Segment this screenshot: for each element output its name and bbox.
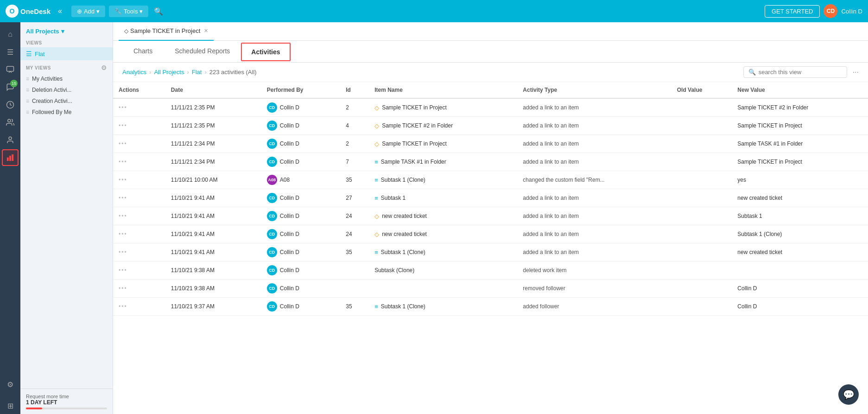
new-value-text: new created ticket xyxy=(737,195,782,201)
sidebar-item-analytics[interactable] xyxy=(2,149,19,166)
row-actions[interactable]: ••• xyxy=(113,261,165,280)
search-box[interactable]: 🔍 xyxy=(743,66,847,78)
task-icon: ≡ xyxy=(374,195,378,202)
row-dots-icon[interactable]: ••• xyxy=(119,104,127,111)
item-name-text: Sample TICKET in Project xyxy=(382,140,447,147)
row-actions[interactable]: ••• xyxy=(113,189,165,207)
charts-tab[interactable]: Charts xyxy=(122,41,164,62)
row-new-value: Collin D xyxy=(732,298,868,316)
row-dots-icon[interactable]: ••• xyxy=(119,303,127,310)
performer-cell: CDCollin D xyxy=(267,301,335,312)
ticket-icon: ◇ xyxy=(374,213,379,220)
svg-rect-6 xyxy=(12,154,13,161)
row-activity-type: added a link to an item xyxy=(517,153,671,171)
sidebar-item-home[interactable]: ⌂ xyxy=(2,26,19,43)
activities-tab-label: Activities xyxy=(251,48,280,56)
user-avatar[interactable]: CD xyxy=(824,4,837,18)
row-dots-icon[interactable]: ••• xyxy=(119,177,127,183)
sidebar-item-people[interactable] xyxy=(2,114,19,131)
icon-bar: ⌂ ☰ 15 ⚙ ⊞ xyxy=(0,22,20,414)
tools-button[interactable]: 🔧 Tools ▾ xyxy=(109,6,148,17)
row-item-name: ◇Sample TICKET in Project xyxy=(369,98,517,117)
row-activity-type: added a link to an item xyxy=(517,189,671,207)
table-body: •••11/11/21 2:35 PMCDCollin D2◇Sample TI… xyxy=(113,98,868,316)
request-time-label[interactable]: Request more time xyxy=(26,394,107,399)
row-actions[interactable]: ••• xyxy=(113,280,165,298)
table-row: •••11/10/21 10:00 AMA08A0835≡Subtask 1 (… xyxy=(113,171,868,189)
collapse-sidebar-button[interactable]: « xyxy=(58,7,62,15)
svg-point-2 xyxy=(8,119,11,122)
row-old-value xyxy=(672,225,732,243)
my-view-my-activities[interactable]: ≡ My Activities xyxy=(20,73,113,84)
more-options-button[interactable]: ··· xyxy=(853,68,859,76)
row-actions[interactable]: ••• xyxy=(113,98,165,117)
row-actions[interactable]: ••• xyxy=(113,298,165,316)
row-dots-icon[interactable]: ••• xyxy=(119,267,127,274)
row-item-name: ◇new created ticket xyxy=(369,225,517,243)
breadcrumb-analytics[interactable]: Analytics xyxy=(122,69,146,76)
chat-support-button[interactable]: 💬 xyxy=(838,384,859,405)
col-id: Id xyxy=(340,82,369,98)
row-old-value xyxy=(672,171,732,189)
task-icon: ≡ xyxy=(374,303,378,310)
row-item-name: ≡Subtask 1 xyxy=(369,189,517,207)
row-dots-icon[interactable]: ••• xyxy=(119,231,127,237)
all-projects-selector[interactable]: All Projects ▾ xyxy=(26,28,64,35)
flat-view-item[interactable]: ☰ Flat xyxy=(20,47,113,60)
ticket-icon: ◇ xyxy=(374,231,379,238)
drag-handle-icon: ≡ xyxy=(26,98,29,104)
row-id: 2 xyxy=(340,135,369,153)
performer-avatar: CD xyxy=(267,157,277,167)
breadcrumb-all-projects[interactable]: All Projects xyxy=(154,69,184,76)
row-actions[interactable]: ••• xyxy=(113,225,165,243)
breadcrumb-sep-1: › xyxy=(149,69,151,76)
sidebar-item-chat[interactable]: 15 xyxy=(2,79,19,96)
scheduled-reports-tab[interactable]: Scheduled Reports xyxy=(164,41,241,62)
my-view-deletion[interactable]: ≡ Deletion Activi... xyxy=(20,84,113,96)
views-section-label: VIEWS xyxy=(20,38,113,47)
row-new-value: new created ticket xyxy=(732,189,868,207)
row-actions[interactable]: ••• xyxy=(113,153,165,171)
row-actions[interactable]: ••• xyxy=(113,171,165,189)
row-actions[interactable]: ••• xyxy=(113,207,165,225)
sidebar-item-list[interactable]: ☰ xyxy=(2,44,19,60)
col-new-value: New Value xyxy=(732,82,868,98)
table-header: Actions Date Performed By Id Item Name A… xyxy=(113,82,868,98)
logo[interactable]: O OneDesk xyxy=(6,5,51,18)
row-dots-icon[interactable]: ••• xyxy=(119,140,127,147)
add-button[interactable]: ⊕ Add ▾ xyxy=(71,6,105,17)
row-id: 24 xyxy=(340,225,369,243)
svg-rect-0 xyxy=(7,66,14,71)
activities-tab[interactable]: Activities xyxy=(241,43,290,61)
search-input[interactable] xyxy=(759,69,842,76)
global-search-icon[interactable]: 🔍 xyxy=(154,7,163,16)
scheduled-reports-tab-label: Scheduled Reports xyxy=(175,47,230,55)
tab-close-icon[interactable]: ✕ xyxy=(204,28,208,34)
tools-icon: 🔧 xyxy=(114,8,122,15)
performer-name: Collin D xyxy=(280,213,299,219)
my-view-creation[interactable]: ≡ Creation Activi... xyxy=(20,96,113,107)
row-dots-icon[interactable]: ••• xyxy=(119,213,127,219)
breadcrumb-flat[interactable]: Flat xyxy=(192,69,202,76)
row-dots-icon[interactable]: ••• xyxy=(119,122,127,129)
sidebar-item-grid[interactable]: ⊞ xyxy=(2,397,19,414)
row-date: 11/10/21 9:37 AM xyxy=(165,298,261,316)
row-date: 11/10/21 9:38 AM xyxy=(165,261,261,280)
row-dots-icon[interactable]: ••• xyxy=(119,249,127,255)
sidebar-item-inbox[interactable] xyxy=(2,61,19,78)
row-actions[interactable]: ••• xyxy=(113,135,165,153)
performer-cell: CDCollin D xyxy=(267,139,335,149)
my-views-settings-icon[interactable]: ⚙ xyxy=(101,64,107,71)
row-date: 11/10/21 9:41 AM xyxy=(165,243,261,261)
row-dots-icon[interactable]: ••• xyxy=(119,285,127,292)
sidebar-item-person[interactable] xyxy=(2,132,19,148)
row-dots-icon[interactable]: ••• xyxy=(119,159,127,165)
sidebar-item-settings[interactable]: ⚙ xyxy=(2,376,19,393)
row-dots-icon[interactable]: ••• xyxy=(119,195,127,201)
sidebar-item-clock[interactable] xyxy=(2,96,19,113)
sample-ticket-tab[interactable]: ◇ Sample TICKET in Project ✕ xyxy=(119,22,214,41)
row-actions[interactable]: ••• xyxy=(113,243,165,261)
get-started-button[interactable]: GET STARTED xyxy=(765,5,820,18)
my-view-followed[interactable]: ≡ Followed By Me xyxy=(20,107,113,118)
row-actions[interactable]: ••• xyxy=(113,117,165,135)
